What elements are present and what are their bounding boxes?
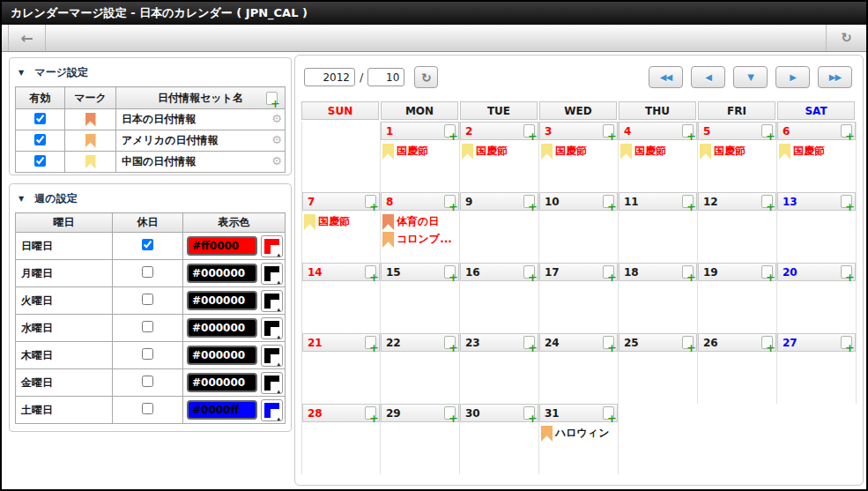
event-item[interactable]: 国慶節 <box>462 144 537 160</box>
event-item[interactable]: コロンブ... <box>382 232 457 248</box>
holiday-checkbox[interactable] <box>142 321 153 332</box>
add-event-button[interactable]: + <box>523 336 535 349</box>
app-window: カレンダーマージ設定 - 日本のカレンダー ( JPN_CAL ) ← ↻ ▼ … <box>0 0 868 491</box>
calendar-cell: 22+ <box>381 333 460 404</box>
event-item[interactable]: 国慶節 <box>541 144 616 160</box>
plus-icon: + <box>528 413 538 423</box>
nav-prev-button[interactable]: ◀ <box>691 66 725 88</box>
day-header-sun: SUN <box>301 101 379 120</box>
add-event-button[interactable]: + <box>841 265 852 279</box>
holiday-cell <box>113 397 183 424</box>
plus-icon: + <box>369 413 379 423</box>
merge-table-header-row: 有効 マーク 日付情報セット名 + <box>16 87 286 109</box>
color-swatch-button[interactable]: ▴ <box>261 235 283 257</box>
gear-icon[interactable]: ⚙ <box>271 154 282 167</box>
add-event-button[interactable]: + <box>523 124 535 138</box>
color-controls: #000000▴ <box>183 263 285 285</box>
add-event-button[interactable]: + <box>603 336 614 349</box>
add-event-button[interactable]: + <box>444 406 456 420</box>
add-event-button[interactable]: + <box>761 265 773 279</box>
event-item[interactable]: 国慶節 <box>779 144 854 160</box>
gear-icon[interactable]: ⚙ <box>271 133 282 146</box>
toolbar: ← ↻ <box>2 25 866 52</box>
week-panel-header[interactable]: ▼ 週の設定 <box>15 189 286 212</box>
add-event-button[interactable]: + <box>841 195 852 208</box>
add-event-button[interactable]: + <box>841 124 852 138</box>
add-event-button[interactable]: + <box>444 195 456 208</box>
dataset-name-label: 中国の日付情報 <box>122 155 196 167</box>
holiday-checkbox[interactable] <box>142 294 153 305</box>
color-input[interactable]: #000000 <box>187 318 257 338</box>
holiday-checkbox[interactable] <box>142 376 153 387</box>
color-input[interactable]: #0000ff <box>187 400 257 420</box>
add-event-button[interactable]: + <box>444 336 456 349</box>
add-event-button[interactable]: + <box>603 124 614 138</box>
nav-first-button[interactable]: ◀◀ <box>649 66 683 88</box>
calendar-cell: 4+国慶節 <box>619 122 698 192</box>
add-event-button[interactable]: + <box>841 336 852 349</box>
event-item[interactable]: 体育の日 <box>382 214 457 230</box>
add-event-button[interactable]: + <box>603 195 614 208</box>
holiday-checkbox[interactable] <box>142 403 153 414</box>
color-swatch-button[interactable]: ▴ <box>261 399 283 421</box>
color-input[interactable]: #000000 <box>187 264 257 283</box>
plus-icon: + <box>686 343 696 353</box>
date-label: 30 <box>465 407 523 420</box>
merge-settings-panel: ▼ マージ設定 有効 マーク 日付情報セット名 + <box>9 57 292 175</box>
add-event-button[interactable]: + <box>365 336 376 349</box>
dataset-enabled-checkbox[interactable] <box>34 134 46 145</box>
nav-today-button[interactable]: ▼ <box>733 66 768 88</box>
add-event-button[interactable]: + <box>761 336 773 349</box>
add-event-button[interactable]: + <box>523 265 535 279</box>
merge-panel-header[interactable]: ▼ マージ設定 <box>15 63 286 86</box>
add-event-button[interactable]: + <box>365 195 376 208</box>
event-item[interactable]: 国慶節 <box>304 214 378 230</box>
color-swatch-button[interactable]: ▴ <box>261 263 283 285</box>
color-input[interactable]: #000000 <box>187 291 257 310</box>
color-swatch-button[interactable]: ▴ <box>261 290 283 312</box>
nav-last-button[interactable]: ▶▶ <box>818 66 852 88</box>
add-event-button[interactable]: + <box>444 124 456 138</box>
month-input[interactable] <box>367 68 404 86</box>
nav-next-button[interactable]: ▶ <box>775 66 810 88</box>
event-item[interactable]: 国慶節 <box>382 144 457 160</box>
event-item[interactable]: ハロウィン <box>541 426 616 442</box>
gear-icon[interactable]: ⚙ <box>271 112 282 125</box>
event-item[interactable]: 国慶節 <box>620 144 695 160</box>
add-event-button[interactable]: + <box>682 124 694 138</box>
dataset-enabled-checkbox[interactable] <box>34 113 46 124</box>
add-event-button[interactable]: + <box>444 265 456 279</box>
add-event-button[interactable]: + <box>761 124 773 138</box>
add-event-button[interactable]: + <box>682 195 694 208</box>
add-event-button[interactable]: + <box>603 406 614 420</box>
reload-calendar-button[interactable]: ↻ <box>414 66 438 88</box>
empty-cell <box>619 404 698 474</box>
event-mark-icon <box>541 426 553 442</box>
holiday-checkbox[interactable] <box>142 348 153 360</box>
color-input[interactable]: #ff0000 <box>187 236 257 256</box>
cell-header: 18+ <box>619 263 697 281</box>
add-dataset-button[interactable]: + <box>266 92 278 105</box>
add-event-button[interactable]: + <box>682 336 694 349</box>
color-swatch-button[interactable]: ▴ <box>261 345 283 367</box>
color-swatch-button[interactable]: ▴ <box>261 372 283 394</box>
add-event-button[interactable]: + <box>603 265 614 279</box>
add-event-button[interactable]: + <box>761 195 773 208</box>
add-event-button[interactable]: + <box>523 406 535 420</box>
toolbar-spacer <box>46 25 826 51</box>
color-input[interactable]: #000000 <box>187 346 257 365</box>
add-event-button[interactable]: + <box>682 265 694 279</box>
dataset-enabled-checkbox[interactable] <box>34 155 46 167</box>
back-button[interactable]: ← <box>9 25 46 51</box>
calendar-cell: 26+ <box>698 333 777 404</box>
event-item[interactable]: 国慶節 <box>700 144 775 160</box>
color-input[interactable]: #000000 <box>187 373 257 392</box>
holiday-checkbox[interactable] <box>142 239 153 250</box>
add-event-button[interactable]: + <box>365 265 376 279</box>
color-swatch-button[interactable]: ▴ <box>261 317 283 339</box>
holiday-checkbox[interactable] <box>142 266 153 278</box>
refresh-button[interactable]: ↻ <box>826 25 866 51</box>
add-event-button[interactable]: + <box>523 195 535 208</box>
add-event-button[interactable]: + <box>365 406 376 420</box>
year-input[interactable] <box>304 68 355 86</box>
